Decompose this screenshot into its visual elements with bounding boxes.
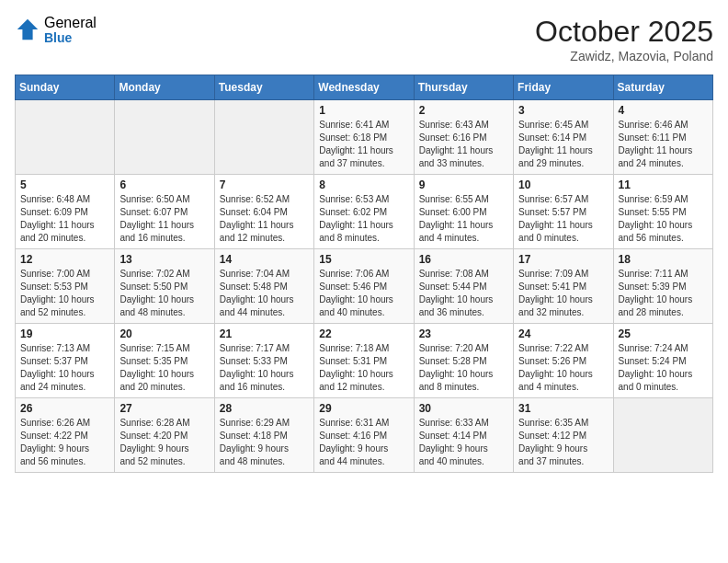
cell-date-number: 28 [220, 402, 309, 415]
calendar-cell: 13Sunrise: 7:02 AM Sunset: 5:50 PM Dayli… [115, 249, 214, 324]
cell-daylight-info: Sunrise: 7:20 AM Sunset: 5:28 PM Dayligh… [419, 342, 508, 394]
calendar-cell [115, 100, 214, 175]
cell-daylight-info: Sunrise: 7:22 AM Sunset: 5:26 PM Dayligh… [518, 342, 608, 394]
cell-date-number: 30 [419, 402, 508, 415]
cell-date-number: 5 [20, 178, 109, 191]
cell-date-number: 14 [220, 253, 309, 266]
title-block: October 2025 Zawidz, Mazovia, Poland [535, 15, 713, 63]
cell-daylight-info: Sunrise: 6:45 AM Sunset: 6:14 PM Dayligh… [518, 119, 608, 170]
cell-daylight-info: Sunrise: 6:43 AM Sunset: 6:16 PM Dayligh… [419, 119, 508, 170]
calendar-week-row: 5Sunrise: 6:48 AM Sunset: 6:09 PM Daylig… [16, 175, 713, 249]
calendar-cell: 9Sunrise: 6:55 AM Sunset: 6:00 PM Daylig… [414, 175, 513, 249]
calendar-cell: 1Sunrise: 6:41 AM Sunset: 6:18 PM Daylig… [314, 100, 414, 175]
cell-date-number: 15 [319, 253, 408, 266]
cell-date-number: 25 [619, 327, 708, 340]
calendar-cell: 26Sunrise: 6:26 AM Sunset: 4:22 PM Dayli… [16, 398, 115, 473]
calendar-week-row: 1Sunrise: 6:41 AM Sunset: 6:18 PM Daylig… [16, 100, 713, 175]
calendar-cell: 28Sunrise: 6:29 AM Sunset: 4:18 PM Dayli… [214, 398, 313, 473]
calendar-table: SundayMondayTuesdayWednesdayThursdayFrid… [15, 75, 713, 473]
cell-date-number: 21 [220, 327, 309, 340]
cell-date-number: 4 [619, 104, 708, 117]
calendar-cell: 8Sunrise: 6:53 AM Sunset: 6:02 PM Daylig… [314, 175, 414, 249]
logo-blue: Blue [44, 31, 97, 45]
cell-daylight-info: Sunrise: 7:17 AM Sunset: 5:33 PM Dayligh… [220, 342, 309, 394]
cell-daylight-info: Sunrise: 7:13 AM Sunset: 5:37 PM Dayligh… [20, 342, 109, 394]
cell-date-number: 8 [319, 178, 408, 191]
day-header-wednesday: Wednesday [314, 75, 414, 100]
cell-date-number: 27 [119, 402, 209, 415]
cell-daylight-info: Sunrise: 7:08 AM Sunset: 5:44 PM Dayligh… [419, 268, 508, 319]
cell-date-number: 9 [419, 178, 508, 191]
calendar-cell: 18Sunrise: 7:11 AM Sunset: 5:39 PM Dayli… [613, 249, 712, 324]
logo: General Blue [15, 15, 97, 45]
calendar-cell: 11Sunrise: 6:59 AM Sunset: 5:55 PM Dayli… [613, 175, 712, 249]
calendar-cell: 23Sunrise: 7:20 AM Sunset: 5:28 PM Dayli… [414, 324, 513, 398]
cell-daylight-info: Sunrise: 7:02 AM Sunset: 5:50 PM Dayligh… [119, 268, 209, 319]
page-header: General Blue October 2025 Zawidz, Mazovi… [15, 15, 713, 63]
cell-date-number: 22 [319, 327, 408, 340]
cell-daylight-info: Sunrise: 6:55 AM Sunset: 6:00 PM Dayligh… [419, 193, 508, 245]
calendar-cell: 3Sunrise: 6:45 AM Sunset: 6:14 PM Daylig… [514, 100, 613, 175]
calendar-cell [16, 100, 115, 175]
calendar-cell: 27Sunrise: 6:28 AM Sunset: 4:20 PM Dayli… [115, 398, 214, 473]
calendar-cell: 10Sunrise: 6:57 AM Sunset: 5:57 PM Dayli… [514, 175, 613, 249]
cell-date-number: 6 [119, 178, 209, 191]
cell-daylight-info: Sunrise: 6:48 AM Sunset: 6:09 PM Dayligh… [20, 193, 109, 245]
cell-date-number: 29 [319, 402, 408, 415]
calendar-week-row: 26Sunrise: 6:26 AM Sunset: 4:22 PM Dayli… [16, 398, 713, 473]
calendar-cell: 29Sunrise: 6:31 AM Sunset: 4:16 PM Dayli… [314, 398, 414, 473]
calendar-cell: 6Sunrise: 6:50 AM Sunset: 6:07 PM Daylig… [115, 175, 214, 249]
calendar-cell [214, 100, 313, 175]
calendar-cell: 7Sunrise: 6:52 AM Sunset: 6:04 PM Daylig… [214, 175, 313, 249]
calendar-cell: 30Sunrise: 6:33 AM Sunset: 4:14 PM Dayli… [414, 398, 513, 473]
cell-date-number: 13 [119, 253, 209, 266]
cell-daylight-info: Sunrise: 7:18 AM Sunset: 5:31 PM Dayligh… [319, 342, 408, 394]
cell-daylight-info: Sunrise: 6:50 AM Sunset: 6:07 PM Dayligh… [119, 193, 209, 245]
cell-date-number: 1 [319, 104, 408, 117]
cell-daylight-info: Sunrise: 7:09 AM Sunset: 5:41 PM Dayligh… [518, 268, 608, 319]
month-title: October 2025 [535, 15, 713, 49]
cell-daylight-info: Sunrise: 6:52 AM Sunset: 6:04 PM Dayligh… [220, 193, 309, 245]
cell-daylight-info: Sunrise: 6:33 AM Sunset: 4:14 PM Dayligh… [419, 417, 508, 468]
cell-date-number: 19 [20, 327, 109, 340]
calendar-cell: 31Sunrise: 6:35 AM Sunset: 4:12 PM Dayli… [514, 398, 613, 473]
cell-date-number: 16 [419, 253, 508, 266]
cell-date-number: 17 [518, 253, 608, 266]
location-subtitle: Zawidz, Mazovia, Poland [535, 49, 713, 63]
cell-daylight-info: Sunrise: 6:53 AM Sunset: 6:02 PM Dayligh… [319, 193, 408, 245]
cell-date-number: 2 [419, 104, 508, 117]
calendar-cell: 22Sunrise: 7:18 AM Sunset: 5:31 PM Dayli… [314, 324, 414, 398]
logo-general: General [44, 15, 97, 31]
calendar-cell: 4Sunrise: 6:46 AM Sunset: 6:11 PM Daylig… [613, 100, 712, 175]
calendar-cell [613, 398, 712, 473]
cell-date-number: 11 [619, 178, 708, 191]
cell-date-number: 3 [518, 104, 608, 117]
cell-date-number: 12 [20, 253, 109, 266]
cell-date-number: 18 [619, 253, 708, 266]
cell-date-number: 23 [419, 327, 508, 340]
logo-icon [15, 17, 40, 42]
calendar-cell: 19Sunrise: 7:13 AM Sunset: 5:37 PM Dayli… [16, 324, 115, 398]
cell-daylight-info: Sunrise: 6:29 AM Sunset: 4:18 PM Dayligh… [220, 417, 309, 468]
cell-daylight-info: Sunrise: 7:24 AM Sunset: 5:24 PM Dayligh… [619, 342, 708, 394]
cell-daylight-info: Sunrise: 7:04 AM Sunset: 5:48 PM Dayligh… [220, 268, 309, 319]
cell-daylight-info: Sunrise: 6:26 AM Sunset: 4:22 PM Dayligh… [20, 417, 109, 468]
cell-date-number: 20 [119, 327, 209, 340]
calendar-cell: 12Sunrise: 7:00 AM Sunset: 5:53 PM Dayli… [16, 249, 115, 324]
day-header-friday: Friday [514, 75, 613, 100]
calendar-cell: 5Sunrise: 6:48 AM Sunset: 6:09 PM Daylig… [16, 175, 115, 249]
cell-date-number: 24 [518, 327, 608, 340]
cell-daylight-info: Sunrise: 6:57 AM Sunset: 5:57 PM Dayligh… [518, 193, 608, 245]
cell-daylight-info: Sunrise: 7:00 AM Sunset: 5:53 PM Dayligh… [20, 268, 109, 319]
cell-daylight-info: Sunrise: 7:15 AM Sunset: 5:35 PM Dayligh… [119, 342, 209, 394]
cell-date-number: 7 [220, 178, 309, 191]
calendar-cell: 21Sunrise: 7:17 AM Sunset: 5:33 PM Dayli… [214, 324, 313, 398]
cell-daylight-info: Sunrise: 6:28 AM Sunset: 4:20 PM Dayligh… [119, 417, 209, 468]
day-header-thursday: Thursday [414, 75, 513, 100]
calendar-cell: 14Sunrise: 7:04 AM Sunset: 5:48 PM Dayli… [214, 249, 313, 324]
day-header-monday: Monday [115, 75, 214, 100]
calendar-header-row: SundayMondayTuesdayWednesdayThursdayFrid… [16, 75, 713, 100]
calendar-cell: 16Sunrise: 7:08 AM Sunset: 5:44 PM Dayli… [414, 249, 513, 324]
calendar-cell: 2Sunrise: 6:43 AM Sunset: 6:16 PM Daylig… [414, 100, 513, 175]
cell-daylight-info: Sunrise: 6:46 AM Sunset: 6:11 PM Dayligh… [619, 119, 708, 170]
